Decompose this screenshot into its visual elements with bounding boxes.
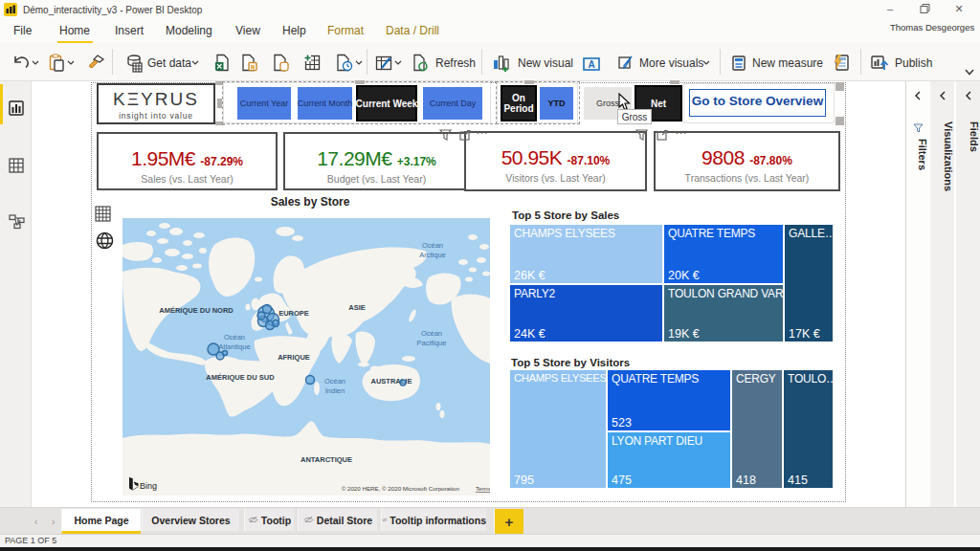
svg-text:A: A	[588, 59, 594, 70]
svg-text:AFRIQUE: AFRIQUE	[278, 353, 310, 362]
svg-text:AMÉRIQUE DU SUD: AMÉRIQUE DU SUD	[206, 373, 275, 382]
svg-text:© 2020 HERE, © 2020 Microsoft: © 2020 HERE, © 2020 Microsoft Corporatio…	[342, 485, 460, 492]
svg-text:Océan: Océan	[324, 377, 345, 386]
svg-text:Océan: Océan	[224, 333, 245, 342]
svg-text:ANTARCTIQUE: ANTARCTIQUE	[301, 455, 352, 464]
svg-text:Indien: Indien	[325, 386, 345, 395]
svg-text:Arctique: Arctique	[419, 251, 446, 259]
svg-text:ASIE: ASIE	[348, 303, 366, 312]
svg-text:AMÉRIQUE DU NORD: AMÉRIQUE DU NORD	[159, 306, 234, 315]
svg-text:Bing: Bing	[140, 481, 157, 491]
svg-text:Pacifique: Pacifique	[417, 339, 447, 347]
svg-text:Atlantique: Atlantique	[218, 342, 250, 351]
svg-text:Océan: Océan	[421, 329, 442, 338]
svg-text:Océan: Océan	[422, 241, 443, 250]
svg-text:EUROPE: EUROPE	[278, 309, 309, 318]
svg-text:Terms: Terms	[476, 485, 490, 492]
